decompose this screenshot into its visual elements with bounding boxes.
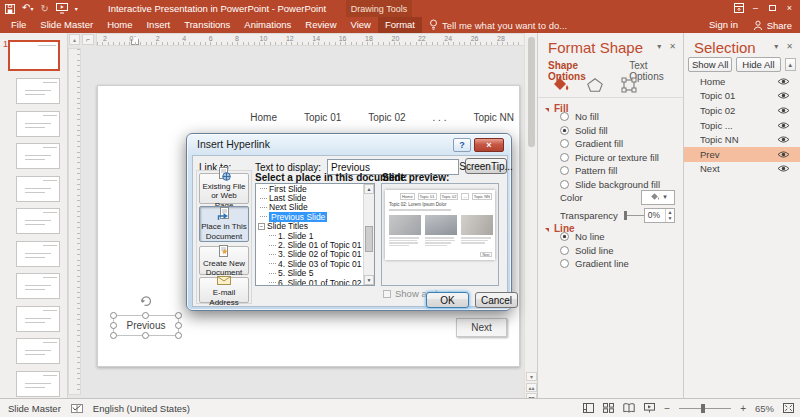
fill-option-solid-fill[interactable]: Solid fill xyxy=(560,124,679,138)
tab-format[interactable]: Format xyxy=(378,17,422,33)
color-dropdown[interactable]: ▾ xyxy=(641,190,675,205)
minimize-icon[interactable]: – xyxy=(747,0,764,15)
link-to-create-new-document[interactable]: Create New Document xyxy=(199,246,249,275)
size-and-properties-icon[interactable] xyxy=(620,76,638,94)
link-to-e-mail-address[interactable]: E-mail Address xyxy=(199,277,249,303)
tab-animations[interactable]: Animations xyxy=(237,17,298,33)
slide-show-icon[interactable] xyxy=(644,403,655,413)
proofing-icon[interactable] xyxy=(71,403,83,414)
radio-button[interactable] xyxy=(560,232,569,241)
radio-button[interactable] xyxy=(560,166,569,175)
fill-option-picture-or-texture-fill[interactable]: Picture or texture fill xyxy=(560,151,679,165)
tree-expander-icon[interactable]: − xyxy=(258,223,265,230)
close-icon[interactable]: × xyxy=(781,0,798,15)
eye-visibility-icon[interactable] xyxy=(777,77,790,86)
eye-visibility-icon[interactable] xyxy=(777,150,790,159)
scroll-up-icon[interactable]: ▲ xyxy=(364,184,374,194)
radio-button[interactable] xyxy=(560,180,569,189)
selection-item-topic-nn[interactable]: Topic NN xyxy=(684,132,800,147)
fill-option-pattern-fill[interactable]: Pattern fill xyxy=(560,164,679,178)
transparency-slider[interactable] xyxy=(624,211,644,220)
eye-visibility-icon[interactable] xyxy=(777,121,790,130)
tab-home[interactable]: Home xyxy=(100,17,139,33)
reading-view-icon[interactable] xyxy=(623,403,635,413)
fill-option-no-fill[interactable]: No fill xyxy=(560,110,679,124)
zoom-slider[interactable] xyxy=(679,404,731,413)
maximize-icon[interactable] xyxy=(764,0,781,15)
panel-close-icon[interactable]: ✕ xyxy=(669,42,676,51)
zoom-in-icon[interactable]: + xyxy=(740,403,746,414)
zoom-out-icon[interactable]: − xyxy=(664,403,670,414)
resize-handle[interactable] xyxy=(110,312,117,319)
tab-selector-icon[interactable]: ⌐ xyxy=(82,34,94,45)
layout-thumbnail[interactable] xyxy=(16,241,60,267)
eye-visibility-icon[interactable] xyxy=(777,164,790,173)
fill-option-gradient-fill[interactable]: Gradient fill xyxy=(560,137,679,151)
radio-button[interactable] xyxy=(560,139,569,148)
layout-thumbnail[interactable] xyxy=(16,273,60,299)
previous-slide-icon[interactable]: ▴▴ xyxy=(526,383,537,392)
radio-button[interactable] xyxy=(560,153,569,162)
cancel-button[interactable]: Cancel xyxy=(475,292,518,308)
document-place-tree[interactable]: First SlideLast SlideNext SlidePrevious … xyxy=(255,183,375,286)
panel-close-icon[interactable]: ✕ xyxy=(786,42,793,51)
language-label[interactable]: English (United States) xyxy=(93,403,190,414)
resize-handle[interactable] xyxy=(142,312,149,319)
canvas-vertical-scrollbar[interactable]: ▾ ▴▴ ▾▾ xyxy=(524,33,537,398)
tree-item-4-slide-03-of-topic-01[interactable]: 4. Slide 03 of Topic 01 xyxy=(256,259,374,268)
resize-handle[interactable] xyxy=(175,312,182,319)
layout-thumbnail[interactable] xyxy=(16,78,60,104)
resize-handle[interactable] xyxy=(175,332,182,339)
effects-icon[interactable] xyxy=(586,76,604,94)
share-button[interactable]: Share xyxy=(753,17,792,33)
tree-item-slide-titles[interactable]: −Slide Titles xyxy=(256,222,374,231)
zoom-level-label[interactable]: 65% xyxy=(755,403,774,414)
tree-item-last-slide[interactable]: Last Slide xyxy=(256,193,374,202)
tab-slide-master[interactable]: Slide Master xyxy=(33,17,100,33)
screentip-button[interactable]: ScreenTip... xyxy=(465,158,507,174)
tree-item-2-slide-01-of-topic-01[interactable]: 2. Slide 01 of Topic 01 xyxy=(256,240,374,249)
scroll-down-icon[interactable]: ▼ xyxy=(364,275,374,285)
selection-item-home[interactable]: Home xyxy=(684,74,800,89)
customize-qat-icon[interactable]: ▾ xyxy=(75,4,78,14)
tree-item-next-slide[interactable]: Next Slide xyxy=(256,203,374,212)
tab-insert[interactable]: Insert xyxy=(139,17,177,33)
selection-item-topic-01[interactable]: Topic 01 xyxy=(684,89,800,104)
dialog-close-icon[interactable]: × xyxy=(474,138,504,152)
previous-shape[interactable]: Previous xyxy=(113,315,179,336)
radio-button[interactable] xyxy=(560,259,569,268)
resize-handle[interactable] xyxy=(110,322,117,329)
panel-options-icon[interactable]: ▾ xyxy=(657,42,661,51)
radio-button[interactable] xyxy=(560,126,569,135)
selection-item-topic[interactable]: Topic ... xyxy=(684,118,800,133)
layout-thumbnail[interactable] xyxy=(16,306,60,332)
hide-all-button[interactable]: Hide All xyxy=(736,57,780,72)
layout-thumbnail[interactable] xyxy=(16,111,60,137)
tree-item-5-slide-5[interactable]: 5. Slide 5 xyxy=(256,269,374,278)
scrollbar-thumb[interactable] xyxy=(528,37,535,147)
line-option-gradient-line[interactable]: Gradient line xyxy=(560,257,679,271)
layout-thumbnail[interactable] xyxy=(16,143,60,169)
tree-item-1-slide-1[interactable]: 1. Slide 1 xyxy=(256,231,374,240)
zoom-slider-thumb[interactable] xyxy=(701,404,705,413)
line-option-no-line[interactable]: No line xyxy=(560,230,679,244)
vertical-ruler[interactable] xyxy=(68,48,81,395)
sign-in-link[interactable]: Sign in xyxy=(709,17,738,33)
bring-forward-icon[interactable]: ▲ xyxy=(785,58,796,71)
master-slide-thumbnail[interactable] xyxy=(8,40,60,71)
ribbon-display-options-icon[interactable] xyxy=(730,0,747,15)
fill-and-line-icon[interactable] xyxy=(550,76,570,94)
line-option-solid-line[interactable]: Solid line xyxy=(560,244,679,258)
tab-review[interactable]: Review xyxy=(298,17,343,33)
spinner[interactable]: ▲▼ xyxy=(665,209,674,222)
redo-icon[interactable]: ↻ xyxy=(40,4,48,14)
show-and-return-checkbox[interactable] xyxy=(383,290,391,298)
start-slideshow-icon[interactable] xyxy=(56,3,68,14)
layout-thumbnail[interactable] xyxy=(16,176,60,202)
horizontal-ruler[interactable]: 2024681012141618202224262830 xyxy=(96,33,527,46)
spin-down-icon[interactable]: ▼ xyxy=(666,215,674,222)
eye-visibility-icon[interactable] xyxy=(777,106,790,115)
layout-thumbnail[interactable] xyxy=(16,338,60,364)
selection-item-next[interactable]: Next xyxy=(684,162,800,177)
ok-button[interactable]: OK xyxy=(426,292,469,308)
